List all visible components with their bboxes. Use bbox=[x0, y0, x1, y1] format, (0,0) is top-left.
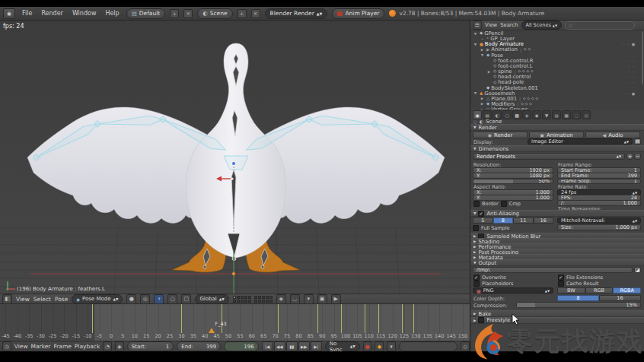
menu-help[interactable]: Help bbox=[103, 10, 121, 17]
menu-pose[interactable]: Pose bbox=[55, 296, 68, 303]
jump-to-start-button[interactable]: |◀ bbox=[262, 341, 273, 351]
restrict-view-icon[interactable]: ◦ bbox=[628, 64, 630, 68]
manipulator-translate-icon[interactable]: ＋ bbox=[154, 294, 164, 304]
scene-selector[interactable]: ◐ Scene bbox=[197, 8, 232, 19]
placeholders-checkbox[interactable] bbox=[473, 281, 480, 287]
editor-type-icon[interactable]: ◧ bbox=[2, 294, 12, 304]
preset-remove-button[interactable]: − bbox=[634, 153, 641, 160]
depth-16[interactable]: 16 bbox=[599, 295, 641, 301]
keying-set-dropdown-icon[interactable]: ▾ bbox=[387, 341, 396, 351]
aa-sample-8[interactable]: 8 bbox=[493, 218, 514, 224]
editor-type-icon[interactable]: ◷ bbox=[2, 341, 11, 351]
delete-scene-button[interactable]: ✕ bbox=[251, 9, 260, 18]
inline-icon[interactable]: ◇ bbox=[528, 97, 530, 101]
expander-icon[interactable]: ▶ bbox=[480, 97, 485, 100]
outliner-scrollbar[interactable] bbox=[642, 31, 643, 84]
mode-dropdown[interactable]: ◆ Pose Mode ▲▼ bbox=[72, 294, 123, 304]
menu-view[interactable]: View bbox=[16, 296, 30, 303]
record-button[interactable]: ● bbox=[363, 341, 372, 351]
layer-toggle[interactable] bbox=[258, 300, 261, 303]
restrict-view-icon[interactable]: ◦ bbox=[628, 59, 630, 63]
add-layout-button[interactable]: + bbox=[170, 9, 179, 18]
sync-dropdown[interactable]: No Sync ▲▼ bbox=[325, 341, 360, 351]
menu-marker[interactable]: Marker bbox=[31, 343, 51, 350]
channel-bw[interactable]: BW bbox=[557, 287, 585, 294]
bone-head-point[interactable] bbox=[232, 162, 235, 165]
inline-icon[interactable]: ◇ bbox=[524, 48, 526, 52]
panel-header-output[interactable]: ▼ Output bbox=[470, 259, 644, 266]
lock-time-icon[interactable]: ◈ bbox=[115, 341, 124, 351]
inline-icon[interactable]: ◇ bbox=[521, 103, 523, 106]
tab-texture[interactable]: ▦ bbox=[562, 110, 571, 119]
compression-slider[interactable]: 15% bbox=[516, 302, 641, 308]
preset-add-button[interactable]: + bbox=[626, 153, 633, 160]
aa-sample-11[interactable]: 11 bbox=[513, 218, 534, 224]
layer-toggle[interactable] bbox=[241, 296, 244, 299]
inline-icon[interactable]: ◇ bbox=[529, 103, 531, 106]
inline-icon[interactable]: ◇ bbox=[535, 97, 537, 101]
panel-header-render[interactable]: ▼ Render bbox=[470, 124, 644, 131]
output-cache-result-row[interactable]: Cache Result bbox=[558, 281, 598, 287]
full-sample-checkbox-row[interactable]: Full Sample bbox=[473, 225, 510, 231]
layer-toggle[interactable] bbox=[269, 296, 273, 299]
border-checkbox[interactable] bbox=[473, 201, 480, 207]
timeline-marker[interactable] bbox=[209, 328, 215, 333]
manipulator-rotate-icon[interactable]: ○ bbox=[167, 294, 177, 304]
tab-constraints[interactable]: ◈ bbox=[522, 110, 531, 119]
expander-icon[interactable]: ▶ bbox=[480, 102, 485, 106]
panel-header-antialiasing[interactable]: ▼ Anti-Aliasing bbox=[470, 210, 644, 217]
restrict-render-icon[interactable]: ● bbox=[632, 42, 635, 46]
tab-modifiers[interactable]: ◆ bbox=[532, 110, 541, 119]
layer-toggle[interactable] bbox=[237, 296, 240, 299]
restrict-view-icon[interactable]: ◦ bbox=[628, 69, 630, 74]
aa-size-field[interactable]: Size:1.000 px bbox=[557, 224, 641, 230]
layer-toggle[interactable] bbox=[248, 296, 251, 299]
layer-toggle[interactable] bbox=[233, 296, 236, 299]
overwrite-checkbox[interactable] bbox=[473, 275, 480, 281]
display-mode-dropdown[interactable]: All Scenes ▲▼ bbox=[521, 21, 563, 30]
pin-icon[interactable]: ◇ bbox=[473, 119, 477, 124]
timeline-editor[interactable]: -45-40-35-30-25-20-15-10-505101520253035… bbox=[0, 304, 470, 341]
snap-element-icon[interactable]: ▾ bbox=[304, 294, 314, 304]
render-opengl-anim-icon[interactable]: ▶ bbox=[331, 294, 341, 304]
expander-icon[interactable]: ▼ bbox=[480, 53, 485, 57]
antialiasing-checkbox[interactable] bbox=[478, 211, 484, 217]
add-scene-button[interactable]: + bbox=[238, 9, 247, 18]
depth-8[interactable]: 8 bbox=[557, 295, 599, 301]
aa-sample-16[interactable]: 16 bbox=[534, 218, 554, 224]
menu-window[interactable]: Window bbox=[70, 10, 99, 17]
render-engine-dropdown[interactable]: Blender Render ▲▼ bbox=[265, 8, 328, 19]
delete-layout-button[interactable]: ✕ bbox=[183, 9, 193, 18]
lock-icon[interactable]: ◈ bbox=[276, 294, 286, 304]
restrict-view-icon[interactable]: ◦ bbox=[623, 91, 625, 96]
restrict-select-icon[interactable]: ◦ bbox=[633, 80, 635, 84]
expander-icon[interactable]: ▶ bbox=[486, 70, 492, 74]
dim-left-field-y[interactable]: Y:1.000 bbox=[473, 195, 553, 201]
inline-icon[interactable]: ◇ bbox=[526, 70, 528, 74]
aa-sample-5[interactable]: 5 bbox=[473, 218, 493, 224]
inline-icon[interactable]: ◇ bbox=[518, 70, 521, 74]
panel-header-dimensions[interactable]: ▼ Dimensions bbox=[470, 145, 644, 152]
menu-search[interactable]: Search bbox=[500, 22, 518, 28]
layer-buttons[interactable] bbox=[233, 296, 273, 303]
autokey-icon[interactable]: ◆ bbox=[375, 341, 384, 351]
menu-frame[interactable]: Frame bbox=[53, 343, 71, 350]
layer-toggle[interactable] bbox=[248, 300, 251, 303]
audio-button[interactable]: ◀ Audio bbox=[585, 132, 640, 138]
animation-button[interactable]: ▣ Animation bbox=[529, 132, 584, 138]
restrict-render-icon[interactable]: ● bbox=[632, 91, 635, 96]
channel-rgb[interactable]: RGB bbox=[585, 287, 614, 294]
render-opengl-icon[interactable]: ▣ bbox=[317, 294, 327, 304]
layer-toggle[interactable] bbox=[244, 296, 247, 299]
output-placeholders-row[interactable]: Placeholders bbox=[473, 281, 513, 287]
orientation-dropdown[interactable]: Global ▲▼ bbox=[195, 294, 228, 304]
menu-file[interactable]: File bbox=[20, 10, 34, 17]
output-path-field[interactable]: /tmp\ bbox=[473, 267, 633, 273]
tab-material[interactable]: ◍ bbox=[552, 110, 561, 119]
expander-icon[interactable]: ▼ bbox=[473, 32, 478, 36]
layer-toggle[interactable] bbox=[266, 300, 269, 303]
display-extra-button[interactable]: ▤ bbox=[634, 138, 641, 144]
current-frame-field[interactable]: 196 bbox=[224, 341, 259, 351]
layer-toggle[interactable] bbox=[269, 300, 273, 303]
menu-select[interactable]: Select bbox=[33, 296, 51, 303]
